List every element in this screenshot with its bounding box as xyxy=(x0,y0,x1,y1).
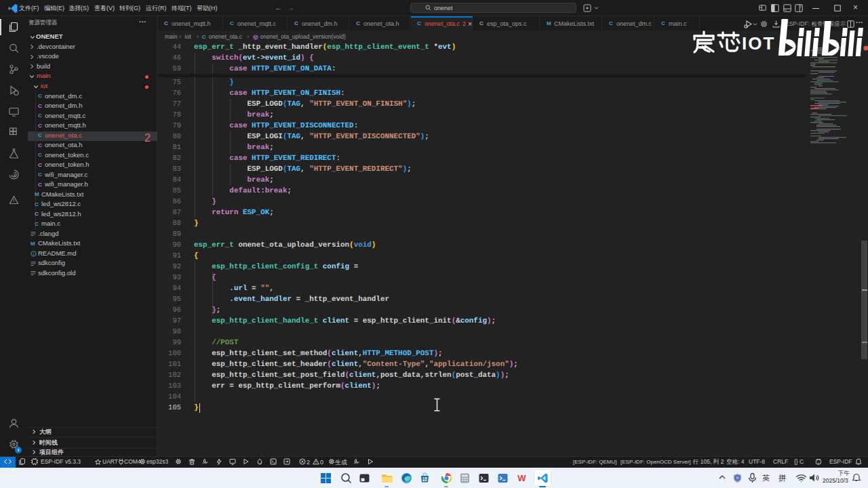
svg-text:IOT: IOT xyxy=(742,33,775,54)
svg-text:W: W xyxy=(517,473,526,483)
